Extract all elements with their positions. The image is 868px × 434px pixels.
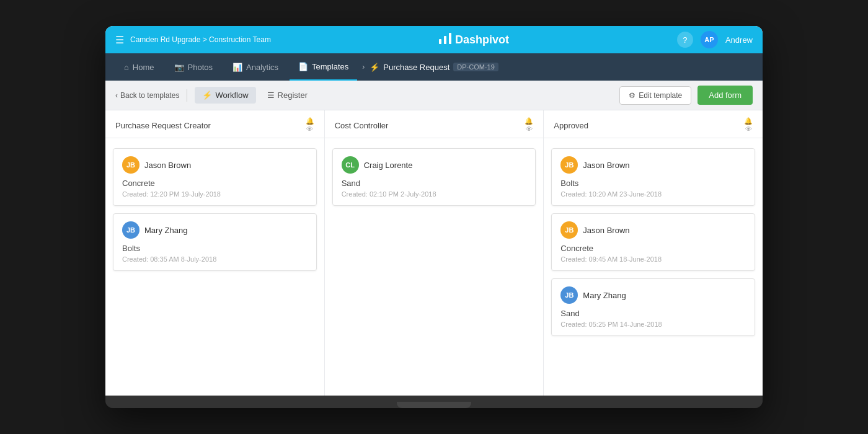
- column-cards-purchase-request-creator: JBJason BrownConcreteCreated: 12:20 PM 1…: [105, 138, 324, 281]
- svg-rect-1: [444, 36, 446, 44]
- card-name-card-2: Mary Zhang: [144, 226, 187, 235]
- kanban-column-approved: Approved🔔👁JBJason BrownBoltsCreated: 10:…: [544, 110, 763, 396]
- card-card-5[interactable]: JBJason BrownConcreteCreated: 09:45 AM 1…: [551, 213, 755, 271]
- svg-rect-0: [439, 39, 441, 44]
- laptop-frame: ☰ Camden Rd Upgrade > Construction Team …: [105, 26, 763, 408]
- card-name-card-1: Jason Brown: [144, 161, 191, 170]
- card-card-6[interactable]: JBMary ZhangSandCreated: 05:25 PM 14-Jun…: [551, 278, 755, 336]
- photos-icon: 📷: [174, 63, 184, 72]
- add-form-button[interactable]: Add form: [698, 86, 753, 105]
- nav-item-templates[interactable]: 📄 Templates: [290, 53, 357, 81]
- toolbar-divider: [187, 89, 187, 102]
- workflow-icon: ⚡: [202, 91, 212, 100]
- templates-icon: 📄: [298, 62, 308, 71]
- column-title-approved: Approved: [554, 121, 588, 130]
- card-date-card-6: Created: 05:25 PM 14-June-2018: [560, 321, 746, 328]
- nav-item-home[interactable]: ⌂ Home: [115, 53, 163, 81]
- card-date-card-3: Created: 02:10 PM 2-July-2018: [342, 190, 527, 198]
- nav-item-analytics[interactable]: 📊 Analytics: [224, 53, 287, 81]
- card-header-card-2: JBMary Zhang: [122, 221, 308, 239]
- card-avatar-card-6: JB: [560, 286, 578, 304]
- column-cards-approved: JBJason BrownBoltsCreated: 10:20 AM 23-J…: [544, 138, 763, 346]
- card-card-1[interactable]: JBJason BrownConcreteCreated: 12:20 PM 1…: [113, 148, 317, 206]
- card-card-2[interactable]: JBMary ZhangBoltsCreated: 08:35 AM 8-Jul…: [113, 213, 317, 271]
- laptop-bottom: [105, 396, 763, 408]
- logo-text: Dashpivot: [455, 33, 509, 46]
- card-header-card-5: JBJason Brown: [560, 221, 746, 239]
- card-header-card-6: JBMary Zhang: [560, 286, 746, 304]
- card-date-card-4: Created: 10:20 AM 23-June-2018: [560, 190, 746, 198]
- card-avatar-card-3: CL: [342, 156, 359, 174]
- home-icon: ⌂: [124, 63, 129, 72]
- breadcrumb-separator: ›: [360, 63, 367, 71]
- purchase-request-nav: ⚡ Purchase Request DP-COM-19: [370, 63, 498, 72]
- bell-icon[interactable]: 🔔: [744, 118, 753, 125]
- card-name-card-6: Mary Zhang: [583, 291, 626, 300]
- card-card-3[interactable]: CLCraig LorenteSandCreated: 02:10 PM 2-J…: [332, 148, 536, 206]
- kanban-column-cost-controller: Cost Controller🔔👁CLCraig LorenteSandCrea…: [325, 110, 544, 396]
- card-name-card-4: Jason Brown: [583, 161, 629, 170]
- card-date-card-1: Created: 12:20 PM 19-July-2018: [122, 190, 308, 198]
- toolbar-left: ‹ Back to templates ⚡ Workflow ☰ Registe…: [115, 87, 315, 104]
- toolbar: ‹ Back to templates ⚡ Workflow ☰ Registe…: [105, 81, 763, 110]
- second-nav: ⌂ Home 📷 Photos 📊 Analytics 📄 Templates …: [105, 53, 763, 81]
- card-item-card-6: Sand: [560, 309, 746, 318]
- column-header-cost-controller: Cost Controller🔔👁: [325, 110, 544, 138]
- top-bar-center: Dashpivot: [439, 33, 509, 47]
- card-item-card-2: Bolts: [122, 244, 308, 253]
- svg-rect-2: [449, 33, 451, 44]
- card-avatar-card-2: JB: [122, 221, 140, 239]
- eye-icon[interactable]: 👁: [745, 126, 752, 133]
- column-icons-cost-controller: 🔔👁: [525, 118, 533, 133]
- purchase-request-label: Purchase Request: [383, 63, 450, 72]
- card-header-card-4: JBJason Brown: [560, 156, 746, 174]
- column-title-purchase-request-creator: Purchase Request Creator: [115, 121, 211, 130]
- user-name: Andrew: [725, 35, 753, 45]
- user-avatar[interactable]: AP: [701, 31, 718, 48]
- logo-icon: [439, 33, 451, 47]
- card-avatar-card-1: JB: [122, 156, 140, 174]
- card-avatar-card-5: JB: [560, 221, 578, 239]
- bell-icon[interactable]: 🔔: [306, 118, 314, 125]
- card-header-card-1: JBJason Brown: [122, 156, 308, 174]
- bell-icon[interactable]: 🔔: [525, 118, 533, 125]
- card-item-card-1: Concrete: [122, 179, 308, 188]
- card-item-card-3: Sand: [342, 179, 527, 188]
- back-to-templates-button[interactable]: ‹ Back to templates: [115, 91, 179, 100]
- hamburger-icon[interactable]: ☰: [115, 34, 124, 46]
- eye-icon[interactable]: 👁: [306, 126, 313, 133]
- card-name-card-3: Craig Lorente: [364, 161, 413, 170]
- column-cards-cost-controller: CLCraig LorenteSandCreated: 02:10 PM 2-J…: [325, 138, 544, 216]
- top-bar: ☰ Camden Rd Upgrade > Construction Team …: [105, 26, 763, 53]
- card-item-card-5: Concrete: [560, 244, 746, 253]
- edit-template-button[interactable]: ⚙ Edit template: [619, 86, 691, 105]
- top-bar-left: ☰ Camden Rd Upgrade > Construction Team: [115, 34, 271, 46]
- workflow-tab[interactable]: ⚡ Workflow: [195, 87, 255, 104]
- back-chevron-icon: ‹: [115, 91, 118, 100]
- eye-icon[interactable]: 👁: [526, 126, 533, 133]
- card-card-4[interactable]: JBJason BrownBoltsCreated: 10:20 AM 23-J…: [551, 148, 755, 206]
- card-date-card-5: Created: 09:45 AM 18-June-2018: [560, 255, 746, 263]
- column-header-purchase-request-creator: Purchase Request Creator🔔👁: [105, 110, 324, 138]
- screen: ☰ Camden Rd Upgrade > Construction Team …: [105, 26, 763, 396]
- nav-item-photos[interactable]: 📷 Photos: [166, 53, 221, 81]
- analytics-icon: 📊: [232, 63, 242, 72]
- register-icon: ☰: [267, 91, 275, 100]
- card-avatar-card-4: JB: [560, 156, 578, 174]
- help-button[interactable]: ?: [677, 32, 693, 48]
- purchase-request-badge: DP-COM-19: [453, 63, 498, 71]
- laptop-notch: [397, 402, 471, 408]
- card-item-card-4: Bolts: [560, 179, 746, 188]
- kanban-board: Purchase Request Creator🔔👁JBJason BrownC…: [105, 110, 763, 396]
- kanban-column-purchase-request-creator: Purchase Request Creator🔔👁JBJason BrownC…: [105, 110, 325, 396]
- column-icons-purchase-request-creator: 🔔👁: [306, 118, 314, 133]
- card-name-card-5: Jason Brown: [583, 226, 629, 235]
- column-title-cost-controller: Cost Controller: [335, 121, 389, 130]
- toolbar-right: ⚙ Edit template Add form: [619, 86, 753, 105]
- card-date-card-2: Created: 08:35 AM 8-July-2018: [122, 255, 308, 263]
- top-breadcrumb: Camden Rd Upgrade > Construction Team: [130, 35, 271, 44]
- column-header-approved: Approved🔔👁: [544, 110, 763, 138]
- register-tab[interactable]: ☰ Register: [260, 87, 315, 104]
- card-header-card-3: CLCraig Lorente: [342, 156, 527, 174]
- gear-icon: ⚙: [629, 91, 636, 100]
